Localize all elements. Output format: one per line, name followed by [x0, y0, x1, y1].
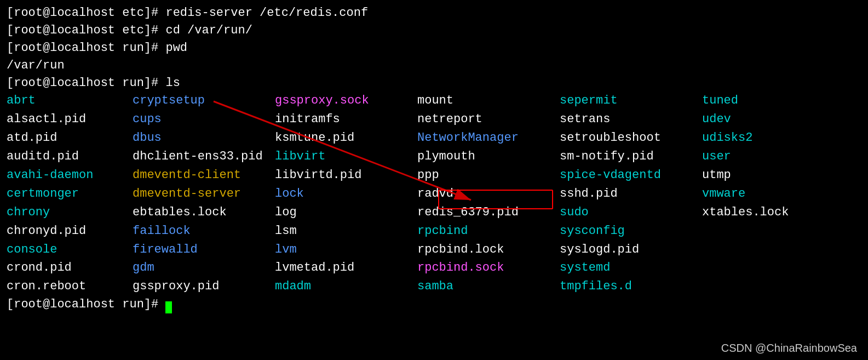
ls-item — [702, 222, 812, 241]
ls-item: setrans — [560, 110, 702, 129]
line-2: [root@localhost etc]# cd /var/run/ — [7, 22, 861, 39]
ls-item: chrony — [7, 203, 133, 222]
ls-item: rpcbind.sock — [417, 259, 560, 277]
ls-item: gssproxy.sock — [275, 92, 417, 110]
line-5: [root@localhost run]# ls — [7, 75, 861, 92]
ls-item: dhclient-ens33.pid — [133, 147, 275, 166]
ls-item: sepermit — [560, 92, 702, 110]
ls-item: gdm — [133, 259, 275, 277]
ls-item: rpcbind — [417, 222, 560, 241]
ls-item: xtables.lock — [702, 203, 812, 222]
watermark: CSDN @ChinaRainbowSea — [721, 342, 857, 355]
final-prompt: [root@localhost run]# — [7, 296, 861, 313]
ls-item: sudo — [560, 203, 702, 222]
cursor — [165, 301, 172, 313]
ls-item: udev — [702, 110, 812, 129]
ls-item: samba — [417, 277, 560, 296]
ls-item — [702, 241, 812, 259]
ls-item: cryptsetup — [133, 92, 275, 110]
ls-item: tmpfiles.d — [560, 277, 702, 296]
ls-item: rpcbind.lock — [417, 241, 560, 259]
ls-item: sm-notify.pid — [560, 147, 702, 166]
ls-item: sshd.pid — [560, 185, 702, 203]
terminal: [root@localhost etc]# redis-server /etc/… — [0, 0, 868, 318]
ls-item: cups — [133, 110, 275, 129]
ls-item: log — [275, 203, 417, 222]
ls-item: chronyd.pid — [7, 222, 133, 241]
ls-item: lock — [275, 185, 417, 203]
ls-item: syslogd.pid — [560, 241, 702, 259]
ls-item: certmonger — [7, 185, 133, 203]
ls-item: initramfs — [275, 110, 417, 129]
ls-item: lvmetad.pid — [275, 259, 417, 277]
ls-item: abrt — [7, 92, 133, 110]
line-4: /var/run — [7, 57, 861, 75]
ls-item: console — [7, 241, 133, 259]
ls-item — [702, 277, 812, 296]
ls-item: plymouth — [417, 147, 560, 166]
ls-item: ebtables.lock — [133, 203, 275, 222]
ls-item: lsm — [275, 222, 417, 241]
ls-item: faillock — [133, 222, 275, 241]
ls-item: mdadm — [275, 277, 417, 296]
ls-item: ppp — [417, 166, 560, 185]
ls-item: alsactl.pid — [7, 110, 133, 129]
ls-item: atd.pid — [7, 129, 133, 147]
ls-output: abrtcryptsetupgssproxy.sockmountsepermit… — [7, 92, 861, 296]
line-1: [root@localhost etc]# redis-server /etc/… — [7, 4, 861, 22]
ls-item: firewalld — [133, 241, 275, 259]
ls-item: systemd — [560, 259, 702, 277]
ls-item: mount — [417, 92, 560, 110]
ls-item: vmware — [702, 185, 812, 203]
ls-item — [702, 259, 812, 277]
ls-item: udisks2 — [702, 129, 812, 147]
ls-item: libvirt — [275, 147, 417, 166]
ls-item: user — [702, 147, 812, 166]
ls-item: spice-vdagentd — [560, 166, 702, 185]
ls-item: setroubleshoot — [560, 129, 702, 147]
ls-item: NetworkManager — [417, 129, 560, 147]
ls-item: crond.pid — [7, 259, 133, 277]
ls-item: avahi-daemon — [7, 166, 133, 185]
ls-item: utmp — [702, 166, 812, 185]
ls-item: sysconfig — [560, 222, 702, 241]
ls-item: lvm — [275, 241, 417, 259]
ls-item: netreport — [417, 110, 560, 129]
ls-item: dbus — [133, 129, 275, 147]
ls-item: radvd — [417, 185, 560, 203]
ls-item: dmeventd-client — [133, 166, 275, 185]
ls-item: gssproxy.pid — [133, 277, 275, 296]
ls-item: dmeventd-server — [133, 185, 275, 203]
ls-item: auditd.pid — [7, 147, 133, 166]
ls-item: libvirtd.pid — [275, 166, 417, 185]
ls-item: tuned — [702, 92, 812, 110]
line-3: [root@localhost run]# pwd — [7, 39, 861, 57]
ls-item: redis_6379.pid — [417, 203, 560, 222]
ls-item: cron.reboot — [7, 277, 133, 296]
ls-item: ksmtune.pid — [275, 129, 417, 147]
